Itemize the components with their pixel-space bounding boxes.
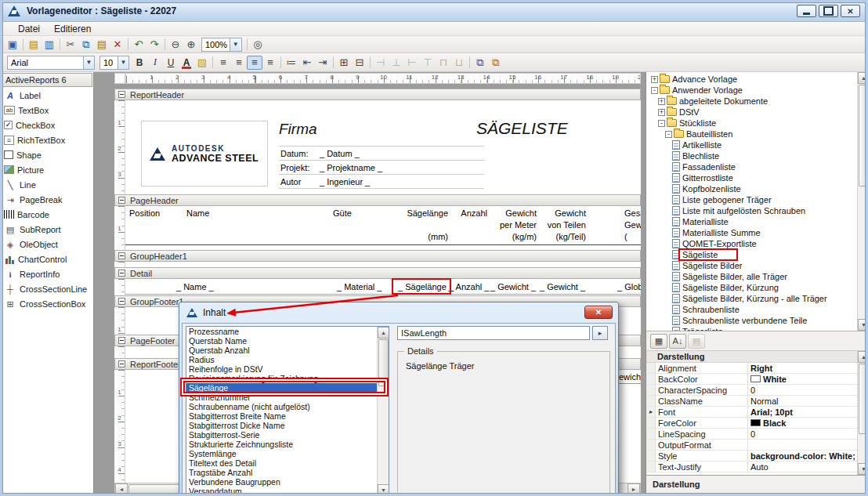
tree-item-label[interactable]: QOMET-Exportliste	[682, 239, 757, 248]
content-list-item[interactable]: Stabgitterrost Dicke Name	[186, 421, 377, 430]
separator[interactable]	[128, 38, 128, 50]
collapse-icon[interactable]	[118, 337, 125, 344]
detail-field-gesamt[interactable]: _ Globa	[617, 282, 641, 291]
undo-icon[interactable]: ↶	[131, 38, 146, 52]
property-row[interactable]: Text-Justify Auto	[646, 462, 857, 472]
pageheader-canvas[interactable]: Position Name Güte Sägelänge Anzahl Gewi…	[125, 206, 641, 250]
meta-field[interactable]: _ Ingenieur _	[320, 177, 370, 186]
paste-icon[interactable]: ▤	[94, 38, 110, 52]
increase-indent-icon[interactable]: ⇥	[315, 56, 331, 70]
expand-toggle-icon[interactable]: +	[658, 109, 665, 116]
expression-action-icon[interactable]	[592, 326, 608, 340]
content-list-item[interactable]: Titeltext des Detail	[186, 458, 377, 468]
property-value[interactable]: 0	[750, 429, 755, 439]
column-header[interactable]: Position	[129, 208, 160, 218]
section-bar-reportheader[interactable]: ReportHeader	[114, 89, 641, 100]
content-list-item[interactable]: Schraubenname (nicht aufgelöst)	[186, 402, 377, 411]
toolbox-item[interactable]: OleObject	[0, 237, 93, 252]
property-row[interactable]: OutputFormat	[646, 440, 857, 451]
cut-icon[interactable]: ✂	[63, 38, 78, 52]
tree-item[interactable]: + Advance Vorlage	[646, 74, 857, 85]
tree-item[interactable]: - Bauteillisten	[646, 129, 857, 139]
toolbox-item[interactable]: ChartControl	[0, 252, 93, 266]
expression-field[interactable]: ISawLength	[397, 326, 590, 340]
content-list-item[interactable]: Versanddatum	[186, 487, 377, 496]
font-name-combo[interactable]: Arial ▼	[7, 56, 95, 70]
expand-toggle-icon[interactable]: +	[651, 76, 658, 83]
scroll-down-icon[interactable]: ▼	[378, 484, 389, 496]
scroll-down-icon[interactable]: ▼	[858, 463, 868, 475]
meta-row[interactable]: Autor _ Ingenieur _	[279, 175, 484, 189]
print-preview-icon[interactable]: ▥	[42, 38, 57, 52]
column-header-line2[interactable]: per Meter	[490, 220, 537, 230]
content-list-item[interactable]: Prozessname	[186, 327, 377, 336]
minimize-icon[interactable]	[797, 5, 816, 17]
highlight-color-icon[interactable]: ▨	[194, 56, 210, 70]
content-list-item[interactable]: Querstab Name	[186, 336, 377, 346]
content-list-item[interactable]: Radius	[186, 355, 377, 364]
property-value[interactable]: Auto	[750, 462, 769, 472]
tree-item[interactable]: Artikelliste	[646, 139, 857, 150]
scrollbar-thumb[interactable]	[859, 85, 868, 186]
section-bar-pageheader[interactable]: PageHeader	[114, 194, 641, 206]
scroll-left-icon[interactable]: ◄	[115, 483, 128, 495]
content-list-item[interactable]: Strukturierte Zeichnungsliste	[186, 440, 377, 449]
bold-icon[interactable]: B	[132, 56, 147, 70]
italic-icon[interactable]: I	[147, 56, 163, 70]
detail-field-gewicht-teile[interactable]: _ Gewicht _	[540, 282, 584, 291]
categorized-view-icon[interactable]: ▦	[650, 334, 667, 349]
tree-item-label[interactable]: Materialliste Summe	[682, 228, 761, 237]
column-unit[interactable]: (kg/m)	[497, 232, 537, 241]
scrollbar-thumb[interactable]	[378, 339, 389, 386]
tree-item[interactable]: - Anwender Vorlage	[646, 85, 857, 96]
meta-field[interactable]: _ Datum _	[320, 149, 360, 158]
tree-item[interactable]: - Stückliste	[646, 118, 857, 129]
scroll-up-icon[interactable]: ▲	[858, 351, 868, 363]
column-header[interactable]: Güte	[333, 208, 352, 218]
tree-item[interactable]: Materialliste Summe	[646, 227, 857, 238]
toolbox-item[interactable]: Picture	[0, 162, 93, 177]
tree-item-label[interactable]: Sägeliste Bilder, Kürzung - alle Träger	[682, 294, 827, 303]
tree-item[interactable]: Sägeliste Bilder	[646, 260, 857, 271]
groupheader-canvas[interactable]	[125, 262, 641, 267]
tree-item[interactable]: Gitterrostliste	[646, 172, 857, 183]
content-list-item[interactable]: Verbundene Baugruppen	[186, 477, 377, 487]
tree-item[interactable]: Blechliste	[646, 150, 857, 161]
underline-icon[interactable]: U	[163, 56, 179, 70]
chevron-down-icon[interactable]: ▼	[230, 38, 241, 51]
tree-item-label[interactable]: Bauteillisten	[686, 129, 732, 139]
expand-toggle-icon[interactable]: +	[658, 98, 665, 105]
separator[interactable]	[212, 56, 213, 68]
toolbox-item[interactable]: Label	[0, 88, 93, 103]
menu-item[interactable]: Datei	[11, 22, 47, 36]
scroll-down-icon[interactable]: ▼	[858, 319, 868, 331]
content-listbox[interactable]: ProzessnameQuerstab NameQuerstab AnzahlR…	[186, 326, 389, 496]
toolbox-item[interactable]: PageBreak	[0, 192, 93, 207]
align-right-icon[interactable]: ≡	[247, 56, 262, 70]
separator[interactable]	[23, 38, 24, 50]
show-grid-icon[interactable]: ⊞	[336, 56, 352, 70]
collapse-icon[interactable]	[118, 91, 125, 98]
content-list-item[interactable]: Querstab Anzahl	[186, 346, 377, 355]
property-category[interactable]: Darstellung	[646, 351, 857, 363]
separator[interactable]	[469, 56, 470, 68]
detail-field-name[interactable]: _ Name _	[176, 282, 214, 291]
tree-item-label[interactable]: Gitterrostliste	[682, 173, 733, 183]
detail-field-material[interactable]: _ Material _	[337, 282, 382, 291]
align-lefts-icon[interactable]: ⊣	[373, 56, 389, 70]
tree-item-label[interactable]: Sägeliste Bilder, alle Träger	[682, 272, 787, 281]
meta-field[interactable]: _ Projektname _	[320, 163, 382, 172]
property-row[interactable]: Font Arial; 10pt	[646, 407, 857, 418]
same-height-icon[interactable]: ⊔	[451, 56, 467, 70]
dialog-close-icon[interactable]: ✕	[584, 306, 613, 319]
content-list-item[interactable]: Sägelänge	[186, 383, 377, 393]
tree-item[interactable]: + DStV	[646, 107, 857, 118]
scroll-right-icon[interactable]: ►	[627, 483, 640, 495]
save-icon[interactable]: ▣	[5, 38, 20, 52]
property-value[interactable]: 0	[750, 385, 755, 395]
toolbox-item[interactable]: Shape	[0, 147, 93, 162]
toolbox-item[interactable]: CrossSectionLine	[0, 281, 93, 296]
expand-toggle-icon[interactable]: -	[658, 120, 665, 127]
toolbox-item[interactable]: Barcode	[0, 207, 93, 222]
tree-item-label[interactable]: Artikelliste	[682, 140, 722, 150]
